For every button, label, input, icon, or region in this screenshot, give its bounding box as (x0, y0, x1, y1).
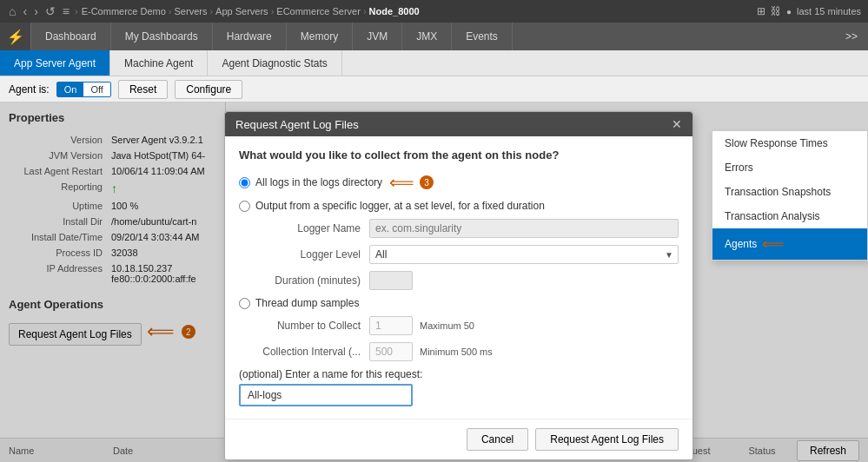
info-dot-icon: ● (786, 7, 792, 16)
thread-dump-radio[interactable] (239, 298, 250, 309)
logger-level-select-wrapper: All ▼ (369, 245, 679, 264)
logger-level-row: Logger Level All ▼ (239, 245, 679, 264)
agent-is-label: Agent is: (9, 83, 50, 96)
logger-name-input[interactable] (369, 219, 679, 238)
content-area: Properties Version Server Agent v3.9.2.1… (0, 102, 868, 462)
interval-label: Collection Interval (... (239, 346, 369, 358)
request-name-input[interactable] (239, 384, 413, 406)
modal-dialog: Request Agent Log Files ✕ What would you… (224, 111, 693, 460)
grid-icon[interactable]: ⊞ (757, 5, 765, 17)
dropdown-menu: Slow Response Times Errors Transaction S… (712, 130, 868, 261)
modal-close-button[interactable]: ✕ (672, 117, 682, 131)
back-icon[interactable]: ‹ (21, 4, 29, 18)
badge-3: 3 (420, 175, 434, 189)
option1-row: All logs in the logs directory ⟸ 3 (239, 172, 679, 193)
configure-button[interactable]: Configure (175, 80, 242, 99)
time-display: last 15 minutes (797, 6, 861, 16)
agent-bar: Agent is: On Off Reset Configure (0, 76, 868, 102)
toggle-off-button[interactable]: Off (83, 82, 109, 96)
number-collect-label: Number to Collect (239, 320, 369, 332)
breadcrumb-appservers[interactable]: App Servers (215, 6, 268, 16)
cancel-button[interactable]: Cancel (467, 428, 528, 451)
breadcrumb: E-Commerce Demo › Servers › App Servers … (82, 6, 420, 16)
modal-request-button[interactable]: Request Agent Log Files (535, 428, 679, 451)
nav-tab-memory[interactable]: Memory (287, 23, 353, 50)
logger-level-label: Logger Level (239, 248, 369, 261)
breadcrumb-servers[interactable]: Servers (175, 6, 208, 16)
option2-label: Output from a specific logger, at a set … (255, 200, 545, 212)
breadcrumb-node[interactable]: Node_8000 (369, 6, 420, 16)
thread-dump-label: Thread dump samples (255, 297, 359, 309)
nav-tab-jmx[interactable]: JMX (402, 23, 452, 50)
min-hint: Minimum 500 ms (420, 346, 493, 357)
logger-name-row: Logger Name (239, 219, 679, 238)
agent-toggle[interactable]: On Off (56, 82, 111, 97)
optional-label: (optional) Enter a name for this request… (239, 368, 679, 380)
toggle-on-button[interactable]: On (57, 82, 84, 96)
max-hint: Maximum 50 (420, 320, 474, 331)
interval-row: Collection Interval (... Minimum 500 ms (239, 342, 679, 361)
logger-name-label: Logger Name (239, 222, 369, 234)
duration-input (369, 271, 413, 290)
home-icon[interactable]: ⌂ (7, 4, 17, 18)
top-bar: ⌂ ‹ › ↺ ≡ › E-Commerce Demo › Servers › … (0, 0, 868, 23)
option2-radio[interactable] (239, 201, 250, 212)
forward-icon[interactable]: › (32, 4, 40, 18)
reset-button[interactable]: Reset (118, 80, 168, 99)
tab-machine-agent[interactable]: Machine Agent (110, 50, 208, 76)
menu-item-transaction-analysis[interactable]: Transaction Analysis (712, 204, 867, 228)
menu-item-agents[interactable]: Agents ⟸ (712, 228, 867, 260)
nav-tab-jvm[interactable]: JVM (353, 23, 402, 50)
breadcrumb-ecomserver[interactable]: ECommerce Server (276, 6, 361, 16)
sub-nav: App Server Agent Machine Agent Agent Dia… (0, 50, 868, 76)
number-collect-row: Number to Collect Maximum 50 (239, 316, 679, 335)
duration-row: Duration (minutes) (239, 271, 679, 290)
nav-tab-events[interactable]: Events (452, 23, 513, 50)
modal-question: What would you like to collect from the … (239, 148, 679, 162)
nav-tab-hardware[interactable]: Hardware (213, 23, 287, 50)
modal-title: Request Agent Log Files (235, 118, 359, 131)
nav-tab-more[interactable]: >> (835, 23, 868, 50)
arrow-annotation-3: ⟸ (389, 172, 414, 193)
modal-footer: Cancel Request Agent Log Files (225, 419, 692, 459)
main-nav: ⚡ Dashboard My Dashboards Hardware Memor… (0, 23, 868, 50)
thread-dump-row: Thread dump samples (239, 297, 679, 309)
menu-item-transaction-snapshots[interactable]: Transaction Snapshots (712, 180, 867, 204)
option1-radio[interactable] (239, 177, 250, 188)
refresh-icon[interactable]: ↺ (43, 4, 57, 18)
tab-agent-diagnostic-stats[interactable]: Agent Diagnostic Stats (208, 50, 341, 76)
arrow-annotation-menu: ⟸ (762, 234, 785, 254)
menu-item-errors[interactable]: Errors (712, 155, 867, 180)
menu-icon[interactable]: ≡ (61, 4, 71, 18)
link-icon[interactable]: ⛓ (771, 5, 781, 17)
duration-label: Duration (minutes) (239, 274, 369, 287)
interval-input[interactable] (369, 342, 413, 361)
top-bar-right: ⊞ ⛓ ● last 15 minutes (757, 5, 861, 17)
option1-label: All logs in the logs directory (255, 176, 382, 188)
breadcrumb-ecommerce[interactable]: E-Commerce Demo (82, 6, 166, 16)
number-collect-input[interactable] (369, 316, 413, 335)
app-logo: ⚡ (0, 23, 31, 50)
nav-tab-dashboard[interactable]: Dashboard (31, 23, 111, 50)
tab-app-server-agent[interactable]: App Server Agent (0, 50, 110, 76)
modal-header: Request Agent Log Files ✕ (225, 112, 692, 136)
modal-body: What would you like to collect from the … (225, 136, 692, 419)
logger-level-select[interactable]: All (369, 245, 679, 264)
nav-tab-mydashboards[interactable]: My Dashboards (111, 23, 213, 50)
option2-row: Output from a specific logger, at a set … (239, 200, 679, 212)
menu-item-slow-response[interactable]: Slow Response Times (712, 131, 867, 155)
